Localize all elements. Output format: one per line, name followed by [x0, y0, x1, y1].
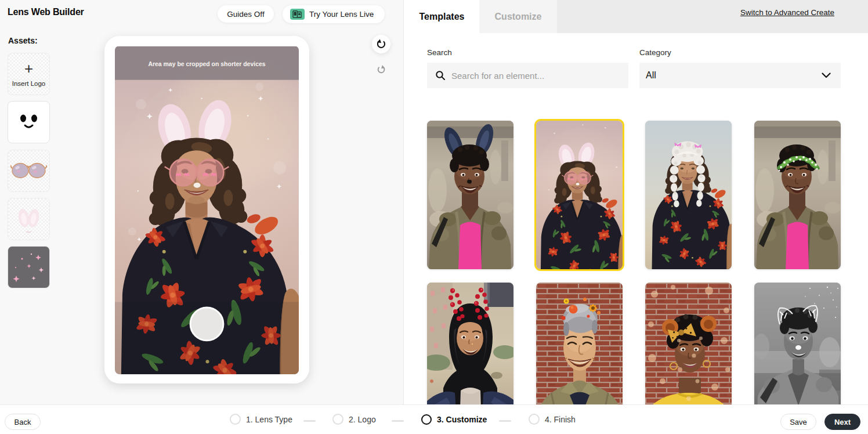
svg-text:Area may be cropped on shorter: Area may be cropped on shorter devices — [148, 61, 265, 67]
